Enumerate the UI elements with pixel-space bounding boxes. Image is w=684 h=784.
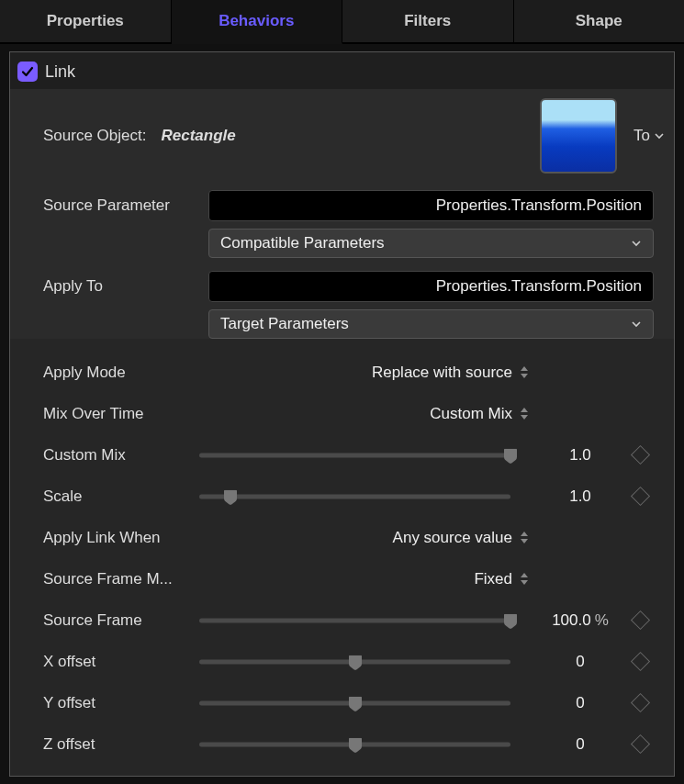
keyframe-button[interactable] — [630, 445, 649, 465]
slider-thumb[interactable] — [502, 448, 519, 463]
apply-link-when-label: Apply Link When — [43, 529, 199, 547]
source-frame-label: Source Frame — [43, 611, 199, 630]
source-frame-value[interactable]: 100.0 — [552, 611, 591, 630]
slider-thumb[interactable] — [347, 696, 364, 711]
source-parameter-field[interactable]: Properties.Transform.Position — [208, 190, 654, 221]
mix-over-time-value[interactable]: Custom Mix — [430, 405, 512, 423]
to-label: To — [634, 127, 650, 145]
source-frame-mode-value[interactable]: Fixed — [474, 570, 512, 588]
apply-to-label: Apply To — [43, 277, 199, 296]
scale-slider[interactable] — [199, 486, 510, 508]
slider-thumb[interactable] — [347, 655, 364, 669]
stepper-icon[interactable] — [520, 531, 529, 544]
slider-thumb[interactable] — [347, 737, 364, 752]
custom-mix-value[interactable]: 1.0 — [569, 446, 591, 465]
chevron-down-icon — [631, 319, 642, 330]
x-offset-value[interactable]: 0 — [576, 653, 584, 671]
source-parameter-label: Source Parameter — [43, 196, 199, 215]
z-offset-label: Z offset — [43, 735, 199, 754]
z-offset-slider[interactable] — [199, 734, 510, 756]
keyframe-button[interactable] — [630, 693, 649, 712]
target-parameters-select[interactable]: Target Parameters — [208, 309, 654, 339]
slider-thumb[interactable] — [502, 613, 519, 628]
enable-behavior-checkbox[interactable] — [17, 62, 38, 82]
apply-mode-label: Apply Mode — [43, 364, 199, 382]
x-offset-label: X offset — [43, 653, 199, 671]
to-popup[interactable]: To — [634, 127, 665, 145]
tab-filters[interactable]: Filters — [342, 0, 514, 44]
target-parameters-label: Target Parameters — [220, 315, 349, 333]
x-offset-slider[interactable] — [199, 651, 510, 673]
tabs-bar: Properties Behaviors Filters Shape — [0, 0, 684, 44]
y-offset-label: Y offset — [43, 694, 199, 712]
source-object-thumbnail[interactable] — [540, 98, 617, 174]
tab-behaviors[interactable]: Behaviors — [172, 0, 343, 44]
keyframe-button[interactable] — [630, 652, 649, 671]
source-object-value: Rectangle — [161, 127, 235, 145]
behavior-title: Link — [45, 62, 75, 82]
scale-label: Scale — [43, 487, 199, 506]
stepper-icon[interactable] — [520, 407, 529, 420]
scale-value[interactable]: 1.0 — [569, 487, 591, 506]
y-offset-value[interactable]: 0 — [576, 694, 584, 712]
mix-over-time-label: Mix Over Time — [43, 405, 199, 423]
keyframe-button[interactable] — [630, 734, 649, 754]
chevron-down-icon — [631, 238, 642, 249]
apply-link-when-value[interactable]: Any source value — [393, 529, 512, 547]
keyframe-button[interactable] — [630, 487, 649, 506]
tab-shape[interactable]: Shape — [514, 0, 685, 44]
compatible-parameters-select[interactable]: Compatible Parameters — [208, 229, 654, 258]
y-offset-slider[interactable] — [199, 692, 510, 714]
behavior-header: Link — [10, 52, 674, 89]
source-frame-unit: % — [595, 611, 609, 630]
chevron-down-icon — [654, 130, 665, 141]
source-object-row: Source Object: Rectangle To — [10, 89, 674, 183]
tab-properties[interactable]: Properties — [0, 0, 172, 44]
source-object-label: Source Object: — [43, 127, 146, 145]
apply-to-field[interactable]: Properties.Transform.Position — [208, 271, 654, 302]
slider-thumb[interactable] — [222, 489, 239, 504]
keyframe-button[interactable] — [630, 610, 649, 630]
stepper-icon[interactable] — [520, 365, 529, 379]
custom-mix-slider[interactable] — [199, 444, 510, 466]
z-offset-value[interactable]: 0 — [576, 735, 584, 754]
source-frame-slider[interactable] — [199, 610, 510, 632]
apply-mode-value[interactable]: Replace with source — [372, 364, 512, 382]
custom-mix-label: Custom Mix — [43, 446, 199, 465]
stepper-icon[interactable] — [520, 572, 529, 586]
source-frame-mode-label: Source Frame M... — [43, 570, 199, 588]
compatible-parameters-label: Compatible Parameters — [220, 234, 385, 252]
behaviors-panel: Link Source Object: Rectangle To Source … — [9, 51, 675, 777]
